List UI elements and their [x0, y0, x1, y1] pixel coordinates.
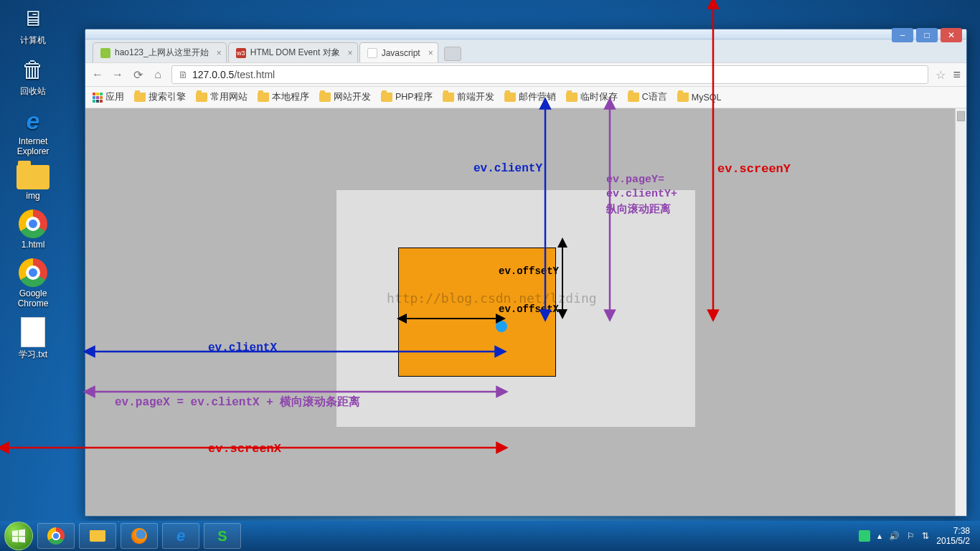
bookmark-c[interactable]: C语言 [628, 91, 667, 103]
tab-close-icon[interactable]: × [348, 48, 353, 58]
nav-reload-button[interactable]: ⟳ [131, 68, 144, 82]
label-pagex: ev.pageX = ev.clientX + 横向滚动条距离 [115, 395, 360, 410]
bookmark-apps[interactable]: 应用 [93, 91, 124, 103]
green-app-icon: S [217, 528, 227, 545]
bookmark-search[interactable]: 搜索引擎 [134, 91, 186, 103]
new-tab-button[interactable] [444, 47, 461, 61]
folder-icon [90, 530, 105, 542]
favicon-hao-icon [100, 48, 110, 58]
bm-label: PHP程序 [395, 91, 433, 103]
icon-1html-label: 1.html [4, 240, 62, 250]
nav-forward-button[interactable]: → [111, 68, 124, 81]
window-maximize-button[interactable]: □ [916, 28, 938, 42]
clock-date: 2015/5/2 [936, 536, 970, 546]
folder-icon [196, 93, 207, 102]
bookmark-local[interactable]: 本地程序 [258, 91, 309, 103]
icon-recycle-bin[interactable]: 🗑回收站 [4, 55, 62, 98]
folder-icon [566, 93, 578, 102]
label-offsety: ev.offsetY [499, 265, 559, 277]
window-close-button[interactable]: ✕ [941, 28, 962, 42]
taskbar-explorer[interactable] [79, 523, 116, 549]
tab-js-label: Javascript [382, 48, 420, 58]
ie-icon: e [176, 527, 185, 545]
icon-google-chrome[interactable]: GoogleChrome [4, 258, 62, 309]
nav-home-button[interactable]: ⌂ [151, 68, 164, 81]
icon-img-folder[interactable]: img [4, 165, 62, 201]
taskbar-firefox[interactable] [121, 523, 158, 549]
taskbar-clock[interactable]: 7:38 2015/5/2 [936, 526, 970, 547]
tab-close-icon[interactable]: × [428, 48, 433, 58]
label-clienty: ev.clientY [473, 162, 542, 175]
apps-grid-icon [93, 93, 103, 103]
bookmark-frontend[interactable]: 前端开发 [443, 91, 494, 103]
bm-label: C语言 [642, 91, 667, 103]
favicon-blank-icon [367, 48, 377, 58]
taskbar: e S ▴ 🔊 ⚐ ⇅ 7:38 2015/5/2 [0, 521, 980, 551]
icon-recycle-label: 回收站 [4, 85, 62, 98]
url-host: 127.0.0.5 [192, 69, 234, 80]
bm-label: 前端开发 [457, 91, 494, 103]
page-icon: 🗎 [178, 69, 188, 80]
bookmark-star-icon[interactable]: ☆ [936, 68, 946, 82]
watermark-text: http://blog.csdn.net/lzding [387, 291, 597, 306]
scrollbar-thumb[interactable] [957, 111, 965, 121]
tab-w3-dom[interactable]: w3HTML DOM Event 对象× [228, 42, 358, 62]
folder-icon [258, 93, 269, 102]
bookmark-mail[interactable]: 邮件营销 [504, 91, 556, 103]
label-pagey-3: 纵向滚动距离 [606, 202, 671, 216]
browser-menu-icon[interactable]: ≡ [953, 67, 961, 83]
folder-icon [628, 93, 639, 102]
icon-chrome-label1: Google [4, 288, 62, 298]
icon-txt-label: 学习.txt [4, 349, 62, 361]
bm-label: 邮件营销 [519, 91, 556, 103]
folder-icon [504, 93, 516, 102]
favicon-w3-icon: w3 [236, 48, 246, 58]
tray-input-icon[interactable] [859, 530, 870, 542]
icon-1html[interactable]: 1.html [4, 209, 62, 250]
chrome-icon [47, 527, 65, 545]
taskbar-chrome[interactable] [37, 523, 75, 549]
firefox-icon [131, 528, 147, 544]
tray-network-icon[interactable]: ⇅ [922, 531, 929, 541]
icon-ie-label2: Explorer [4, 146, 62, 156]
taskbar-app[interactable]: S [204, 523, 241, 549]
tray-up-icon[interactable]: ▴ [877, 531, 882, 541]
tab-hao123[interactable]: hao123_上网从这里开始× [93, 42, 227, 62]
bookmark-temp[interactable]: 临时保存 [566, 91, 618, 103]
icon-computer[interactable]: 🖥计算机 [4, 4, 62, 47]
bookmarks-bar: 应用 搜索引擎 常用网站 本地程序 网站开发 PHP程序 前端开发 邮件营销 临… [85, 87, 966, 108]
folder-icon [443, 93, 454, 102]
bm-label: 常用网站 [210, 91, 248, 103]
tray-volume-icon[interactable]: 🔊 [889, 531, 900, 541]
icon-ie-label1: Internet [4, 136, 62, 146]
url-input[interactable]: 🗎 127.0.0.5/test.html [171, 65, 928, 84]
bookmark-php[interactable]: PHP程序 [381, 91, 433, 103]
tab-javascript[interactable]: Javascript× [359, 42, 438, 62]
folder-icon [319, 93, 331, 102]
taskbar-ie[interactable]: e [162, 523, 199, 549]
address-bar: ← → ⟳ ⌂ 🗎 127.0.0.5/test.html ☆ ≡ [85, 62, 966, 87]
bm-label: MySQL [692, 93, 722, 103]
bm-label: 本地程序 [272, 91, 309, 103]
icon-img-label: img [4, 191, 62, 201]
tray-flag-icon[interactable]: ⚐ [907, 531, 915, 541]
icon-ie[interactable]: eInternetExplorer [4, 106, 62, 156]
bookmark-common[interactable]: 常用网站 [196, 91, 248, 103]
label-screeny: ev.screenY [717, 162, 791, 176]
clock-time: 7:38 [936, 526, 970, 536]
window-minimize-button[interactable]: – [892, 28, 913, 42]
label-clientx: ev.clientX [208, 342, 277, 354]
nav-back-button[interactable]: ← [91, 68, 104, 81]
bookmark-mysql[interactable]: MySQL [677, 93, 722, 103]
window-titlebar[interactable]: – □ ✕ [85, 29, 966, 39]
system-tray[interactable]: ▴ 🔊 ⚐ ⇅ 7:38 2015/5/2 [859, 526, 976, 547]
start-button[interactable] [4, 522, 33, 550]
tab-hao123-label: hao123_上网从这里开始 [115, 47, 209, 59]
desktop-icons: 🖥计算机 🗑回收站 eInternetExplorer img 1.html G… [4, 4, 69, 369]
label-pagey-2: ev.clientY+ [606, 188, 677, 200]
bookmark-webdev[interactable]: 网站开发 [319, 91, 371, 103]
bm-apps-label: 应用 [105, 91, 124, 103]
tab-close-icon[interactable]: × [217, 48, 222, 58]
icon-study-txt[interactable]: 学习.txt [4, 317, 62, 361]
vertical-scrollbar[interactable] [955, 108, 966, 516]
